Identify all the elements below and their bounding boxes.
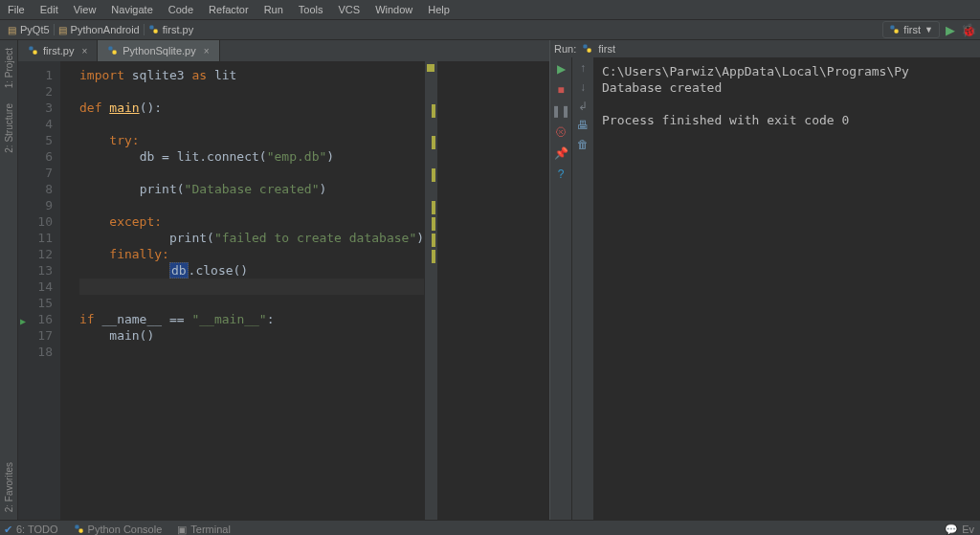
bottom-tool-bar: ✔ 6: TODO Python Console ▣ Terminal 💬 Ev xyxy=(0,520,980,535)
menu-edit[interactable]: Edit xyxy=(33,2,66,17)
run-configuration-selector[interactable]: first ▼ xyxy=(882,21,940,38)
change-marker xyxy=(432,168,435,182)
menu-run[interactable]: Run xyxy=(256,2,291,17)
run-toolbar-left: ▶ ■ ❚❚ ⮾ 📌 ? xyxy=(550,57,572,520)
editor-tab-label: PythonSqlite.py xyxy=(122,45,195,56)
pin-button[interactable]: 📌 xyxy=(553,145,568,161)
editor-tab-row: first.py × PythonSqlite.py × xyxy=(18,40,549,61)
svg-rect-1 xyxy=(153,29,157,33)
editor-tab-first[interactable]: first.py × xyxy=(18,40,98,61)
sidebar-tab-project[interactable]: 1: Project xyxy=(4,40,14,96)
debug-button[interactable]: 🐞 xyxy=(961,23,976,37)
run-panel: Run: first ▶ ■ ❚❚ ⮾ 📌 ? ↑ ↓ ↲ 🖶 🗑 C: xyxy=(549,40,980,520)
change-marker xyxy=(432,104,435,118)
editor-scrollbar[interactable] xyxy=(424,61,437,520)
run-panel-title: Run: xyxy=(554,43,576,55)
exit-button[interactable]: ⮾ xyxy=(553,124,568,140)
code-text[interactable]: import sqlite3 as lit def main(): try: d… xyxy=(60,61,424,520)
menu-help[interactable]: Help xyxy=(420,2,457,17)
run-toolbar-output: ↑ ↓ ↲ 🖶 🗑 xyxy=(572,57,594,520)
terminal-icon: ▣ xyxy=(177,524,187,536)
clear-button[interactable]: 🗑 xyxy=(577,138,589,151)
change-marker xyxy=(432,201,435,214)
change-marker xyxy=(432,250,435,263)
main-body: 1: Project 2: Structure 2: Favorites fir… xyxy=(0,40,980,520)
run-panel-header: Run: first xyxy=(550,40,980,57)
svg-rect-0 xyxy=(149,25,153,29)
pause-button[interactable]: ❚❚ xyxy=(553,103,568,119)
run-button[interactable]: ▶ xyxy=(946,23,955,37)
sidebar-tab-structure[interactable]: 2: Structure xyxy=(4,96,14,161)
up-trace-button[interactable]: ↑ xyxy=(580,61,586,75)
editor-tab-pythonsqlite[interactable]: PythonSqlite.py × xyxy=(98,40,219,61)
down-trace-button[interactable]: ↓ xyxy=(580,80,586,94)
breadcrumb-label: PythonAndroid xyxy=(71,24,140,35)
breadcrumb-toolbar: ▤ PyQt5 ▤ PythonAndroid first.py first ▼… xyxy=(0,20,980,40)
bottom-event-log[interactable]: Ev xyxy=(962,524,974,535)
change-marker xyxy=(432,136,435,149)
change-marker xyxy=(432,234,435,247)
editor-area: first.py × PythonSqlite.py × 1234 5678 9… xyxy=(18,40,549,520)
menu-file[interactable]: File xyxy=(0,2,33,17)
svg-rect-10 xyxy=(75,524,78,528)
svg-rect-2 xyxy=(891,25,895,29)
close-tab-icon[interactable]: × xyxy=(204,46,210,56)
menu-window[interactable]: Window xyxy=(368,2,420,17)
svg-rect-4 xyxy=(29,46,33,50)
print-button[interactable]: 🖶 xyxy=(577,119,589,132)
todo-icon: ✔ xyxy=(4,524,12,536)
softwrap-button[interactable]: ↲ xyxy=(578,100,588,113)
python-icon xyxy=(889,24,900,36)
python-icon xyxy=(148,24,159,36)
sidebar-tab-favorites[interactable]: 2: Favorites xyxy=(4,455,14,520)
run-panel-tab-label[interactable]: first xyxy=(598,43,615,55)
svg-rect-7 xyxy=(113,50,117,54)
editor-content[interactable]: 1234 5678 9101112 131415 ▶16 1718 import… xyxy=(18,61,549,520)
breadcrumb-item-firstpy[interactable]: first.py xyxy=(145,24,197,36)
line-number-gutter: 1234 5678 9101112 131415 ▶16 1718 xyxy=(18,61,60,520)
rerun-button[interactable]: ▶ xyxy=(553,61,568,77)
bottom-todo[interactable]: ✔ 6: TODO xyxy=(4,524,58,536)
menu-bar: File Edit View Navigate Code Refactor Ru… xyxy=(0,0,980,20)
bottom-terminal[interactable]: ▣ Terminal xyxy=(177,524,231,536)
menu-vcs[interactable]: VCS xyxy=(331,2,368,17)
menu-code[interactable]: Code xyxy=(161,2,201,17)
event-log-icon: 💬 xyxy=(945,524,958,536)
menu-navigate[interactable]: Navigate xyxy=(103,2,160,17)
svg-rect-3 xyxy=(895,29,899,33)
breadcrumb-item-pythonandroid[interactable]: ▤ PythonAndroid xyxy=(55,24,145,35)
run-config-label: first xyxy=(903,24,921,35)
python-icon xyxy=(107,45,118,57)
console-output[interactable]: C:\Users\Parwiz\AppData\Local\Programs\P… xyxy=(594,57,980,520)
svg-rect-5 xyxy=(33,50,37,54)
breadcrumb-item-pyqt5[interactable]: ▤ PyQt5 xyxy=(4,24,55,35)
left-sidebar: 1: Project 2: Structure 2: Favorites xyxy=(0,40,18,520)
python-icon xyxy=(74,524,84,536)
close-tab-icon[interactable]: × xyxy=(81,46,87,56)
folder-icon: ▤ xyxy=(8,25,16,35)
help-button[interactable]: ? xyxy=(553,167,568,182)
svg-rect-8 xyxy=(584,44,588,48)
analysis-status-icon xyxy=(427,64,434,72)
menu-refactor[interactable]: Refactor xyxy=(201,2,256,17)
python-icon xyxy=(28,45,38,57)
breadcrumb-label: PyQt5 xyxy=(20,24,50,35)
bottom-python-console[interactable]: Python Console xyxy=(74,524,163,536)
editor-tab-label: first.py xyxy=(43,45,74,56)
breadcrumb-label: first.py xyxy=(163,24,193,35)
svg-rect-11 xyxy=(78,528,82,532)
svg-rect-9 xyxy=(588,48,591,52)
menu-tools[interactable]: Tools xyxy=(291,2,331,17)
menu-view[interactable]: View xyxy=(66,2,104,17)
folder-icon: ▤ xyxy=(58,25,67,35)
svg-rect-6 xyxy=(109,46,113,50)
stop-button[interactable]: ■ xyxy=(553,82,568,98)
python-icon xyxy=(582,43,592,56)
dropdown-caret-icon: ▼ xyxy=(924,25,933,34)
change-marker xyxy=(432,217,435,231)
